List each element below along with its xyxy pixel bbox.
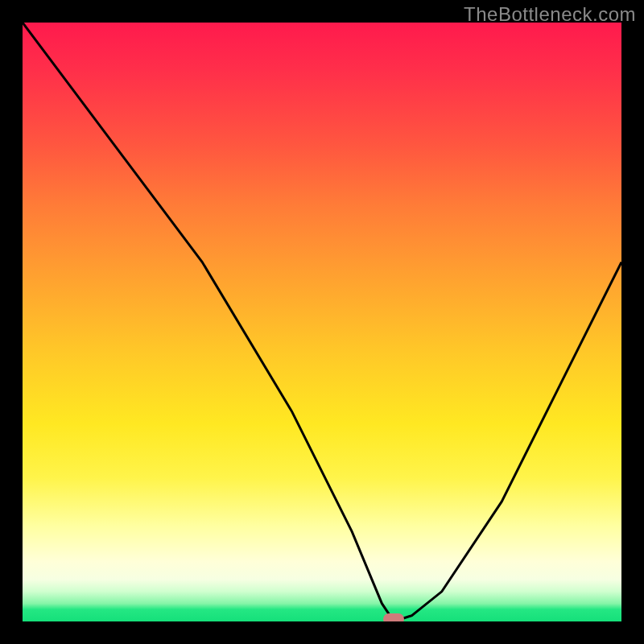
watermark-text: TheBottleneck.com — [464, 3, 636, 26]
optimal-marker — [383, 613, 404, 621]
chart-frame: TheBottleneck.com — [0, 0, 644, 644]
bottleneck-curve — [23, 23, 621, 621]
curve-path — [23, 23, 621, 621]
plot-area — [23, 23, 621, 621]
